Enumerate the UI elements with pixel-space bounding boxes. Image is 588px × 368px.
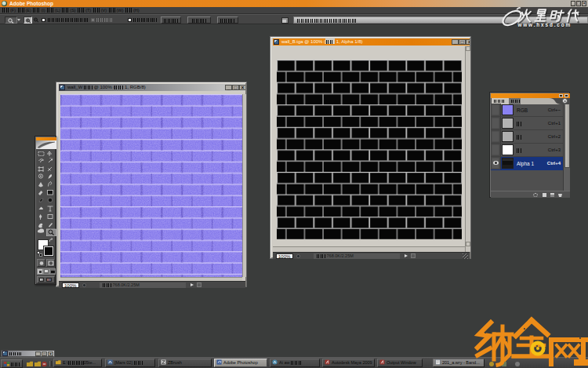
svg-text:www.hxsd.com: www.hxsd.com <box>517 22 572 27</box>
